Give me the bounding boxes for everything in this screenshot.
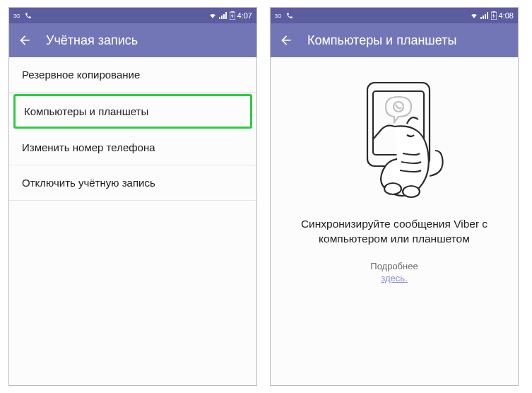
back-button[interactable]	[18, 33, 32, 47]
app-bar: Компьютеры и планшеты	[271, 23, 518, 57]
menu-item-label: Изменить номер телефона	[22, 141, 155, 153]
menu-item-change-number[interactable]: Изменить номер телефона	[9, 130, 256, 165]
phone-handset-icon	[286, 12, 293, 19]
battery-charging-icon	[491, 11, 497, 20]
sync-illustration	[324, 70, 465, 204]
sync-message: Синхронизируйте сообщения Viber с компью…	[286, 217, 502, 247]
menu-item-label: Резервное копирование	[22, 69, 140, 81]
menu-list: Резервное копирование Компьютеры и планш…	[9, 57, 256, 385]
svg-point-9	[394, 102, 403, 112]
arrow-left-icon	[279, 33, 293, 47]
wifi-icon	[208, 12, 217, 19]
phone-handset-icon	[25, 12, 32, 19]
battery-charging-icon	[230, 11, 235, 20]
more-label: Подробнее	[370, 261, 418, 271]
menu-item-deactivate[interactable]: Отключить учётную запись	[9, 165, 256, 201]
status-bar: 3G 4:07	[9, 8, 256, 23]
app-bar: Учётная запись	[9, 23, 256, 57]
signal-icon	[480, 12, 489, 19]
phone-screen-sync: 3G 4:08 Компьютеры и планшеты	[270, 7, 519, 386]
arrow-left-icon	[18, 33, 32, 47]
svg-rect-5	[492, 11, 495, 13]
status-clock: 4:08	[499, 11, 514, 20]
wifi-icon	[470, 12, 478, 19]
network-icon: 3G	[13, 12, 22, 19]
phone-screen-account: 3G 4:07 Учётная запись Резервное к	[8, 7, 257, 386]
signal-icon	[219, 12, 227, 19]
menu-item-label: Отключить учётную запись	[22, 177, 155, 189]
svg-rect-2	[231, 11, 233, 13]
menu-item-backup[interactable]: Резервное копирование	[9, 57, 256, 93]
svg-text:3G: 3G	[275, 13, 281, 18]
sync-empty-state: Синхронизируйте сообщения Viber с компью…	[271, 57, 518, 385]
page-title: Компьютеры и планшеты	[307, 33, 456, 48]
status-clock: 4:07	[237, 11, 252, 20]
svg-point-11	[403, 186, 420, 197]
page-title: Учётная запись	[46, 33, 138, 48]
back-button[interactable]	[279, 33, 293, 47]
menu-item-label: Компьютеры и планшеты	[24, 105, 148, 117]
learn-more-link[interactable]: здесь.	[381, 273, 407, 283]
network-icon: 3G	[275, 12, 283, 19]
menu-item-computers-tablets[interactable]: Компьютеры и планшеты	[13, 94, 252, 129]
svg-text:3G: 3G	[13, 13, 20, 18]
svg-point-10	[384, 183, 401, 194]
status-bar: 3G 4:08	[271, 8, 518, 23]
